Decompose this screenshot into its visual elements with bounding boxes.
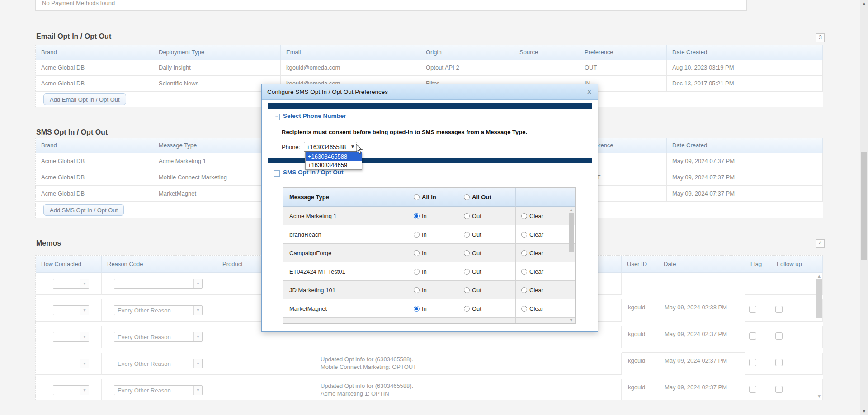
triangle-down-icon[interactable]: ▼ [860,409,868,414]
phone-option[interactable]: +16303344659 [306,161,362,169]
cell-product [217,273,255,295]
phone-option[interactable]: +16303465588 [306,152,362,161]
how-contacted-select[interactable]: ▾ [53,385,89,395]
memos-scrollbar[interactable]: ▲ ▼ [816,274,822,399]
out-radio[interactable] [464,213,470,219]
flag-checkbox[interactable] [749,359,756,366]
in-radio[interactable] [414,306,420,312]
clear-radio[interactable] [521,287,527,293]
triangle-down-icon[interactable]: ▼ [816,394,822,399]
collapse-minus-icon[interactable]: − [274,114,280,120]
follow-up-checkbox[interactable] [775,306,783,313]
clear-option[interactable]: Clear [516,225,575,244]
in-radio[interactable] [414,250,420,256]
clear-radio[interactable] [521,213,527,219]
out-radio[interactable] [464,232,470,238]
follow-up-checkbox[interactable] [775,332,783,340]
modal-title: Configure SMS Opt In / Opt Out Preferenc… [267,89,388,95]
col-all-in[interactable]: All In [408,188,458,207]
triangle-down-icon[interactable]: ▼ [568,317,574,323]
clear-radio[interactable] [521,250,527,256]
message-type-name: JD Marketing 101 [283,281,408,299]
in-option[interactable]: In [408,281,458,299]
email-col-origin: Origin [420,45,514,60]
clear-radio[interactable] [521,306,527,312]
sms-col-brand: Brand [36,138,153,153]
all-out-radio[interactable] [464,194,470,200]
phone-select[interactable]: +16303465588 ▼ [304,142,357,152]
out-radio[interactable] [464,269,470,275]
reason-code-select[interactable]: ▾ [114,279,203,289]
payment-methods-empty-box: No Payment Methods found [35,0,747,11]
how-contacted-select[interactable]: ▾ [53,305,89,315]
email-table-row: Acme Global DB Daily Insight kgould@omed… [36,60,823,76]
out-option[interactable]: Out [458,299,516,318]
chevron-down-icon: ▾ [193,386,202,395]
add-email-optin-button[interactable]: Add Email Opt In / Opt Out [43,93,126,105]
all-in-radio[interactable] [414,194,420,200]
in-option[interactable]: In [408,244,458,262]
in-option[interactable]: In [408,225,458,244]
reason-code-select[interactable]: Every Other Reason▾ [114,359,203,368]
clear-option[interactable]: Clear [516,281,575,299]
scrollbar-thumb[interactable] [816,279,822,318]
col-all-out[interactable]: All Out [458,188,516,207]
clear-option[interactable]: Clear [516,262,575,281]
how-contacted-select[interactable]: ▾ [53,279,89,289]
close-icon[interactable]: X [587,84,591,99]
in-option[interactable]: In [408,207,458,225]
in-radio[interactable] [414,213,420,219]
out-option[interactable]: Out [458,225,516,244]
how-contacted-select[interactable]: ▾ [53,359,89,368]
flag-checkbox[interactable] [749,332,756,340]
select-phone-heading[interactable]: −Select Phone Number [274,112,346,120]
scrollbar-thumb[interactable] [861,152,867,260]
add-sms-optin-button[interactable]: Add SMS Opt In / Opt Out [43,204,124,216]
collapse-minus-icon[interactable]: − [274,170,280,177]
reason-code-select[interactable]: Every Other Reason▾ [114,332,203,342]
flag-checkbox[interactable] [749,306,756,313]
clear-option[interactable]: Clear [516,207,575,225]
memos-col-how-contacted: How Contacted [36,256,102,273]
follow-up-checkbox[interactable] [775,386,783,393]
triangle-up-icon[interactable]: ▲ [816,274,822,279]
follow-up-checkbox[interactable] [775,359,783,366]
reason-code-select[interactable]: Every Other Reason▾ [114,385,203,395]
in-radio[interactable] [414,269,420,275]
clear-radio[interactable] [521,269,527,275]
in-radio[interactable] [414,232,420,238]
triangle-up-icon[interactable]: ▲ [860,1,868,6]
out-radio[interactable] [464,287,470,293]
message-type-scrollbar[interactable]: ▲ ▼ [568,207,574,323]
out-option[interactable]: Out [458,281,516,299]
out-option[interactable]: Out [458,207,516,225]
scrollbar-thumb[interactable] [569,213,574,252]
out-option[interactable]: Out [458,318,516,324]
cell-product [217,379,255,400]
col-message-type: Message Type [283,188,408,207]
how-contacted-select[interactable]: ▾ [53,332,89,342]
memos-section-title: Memos [36,239,61,247]
message-type-name: ET042424 MT Test01 [283,262,408,281]
out-radio[interactable] [464,306,470,312]
email-table-header: Brand Deployment Type Email Origin Sourc… [36,45,823,60]
triangle-up-icon[interactable]: ▲ [568,207,574,213]
cell-email: kgould@omeda.com [281,60,420,76]
out-option[interactable]: Out [458,244,516,262]
clear-option[interactable]: Clear [516,299,575,318]
out-radio[interactable] [464,250,470,256]
reason-code-select[interactable]: Every Other Reason▾ [114,305,203,315]
in-option[interactable]: In [408,318,458,324]
message-type-name: brandReach [283,225,408,244]
clear-option[interactable]: Clear [516,244,575,262]
sms-optinout-heading[interactable]: −SMS Opt In / Opt Out [274,169,343,177]
clear-option[interactable]: Clear [516,318,575,324]
modal-title-bar[interactable]: Configure SMS Opt In / Opt Out Preferenc… [262,84,598,100]
out-option[interactable]: Out [458,262,516,281]
flag-checkbox[interactable] [749,386,756,393]
in-option[interactable]: In [408,262,458,281]
clear-radio[interactable] [521,232,527,238]
in-option[interactable]: In [408,299,458,318]
in-radio[interactable] [414,287,420,293]
page-scrollbar[interactable]: ▲ ▼ [860,0,868,415]
